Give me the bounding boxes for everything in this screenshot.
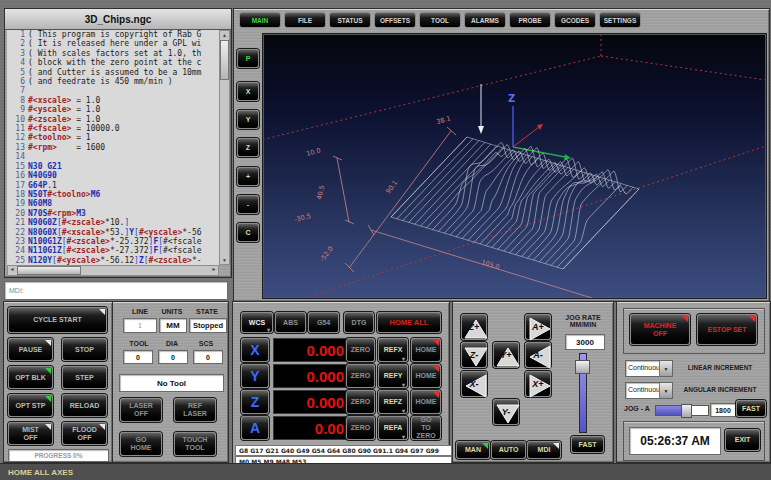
tab-alarms[interactable]: ALARMS [464, 12, 506, 28]
touch-tool-button[interactable]: TOUCH TOOL [174, 432, 216, 456]
axis-letter-a[interactable]: A [241, 416, 269, 440]
machine-off-button[interactable]: MACHINE OFF [630, 314, 690, 345]
gremlin-3d-preview[interactable]: 10.0 40.5 -30.5 -52.0 90.1 38.1 105.0 Z [262, 33, 767, 299]
code-line[interactable]: 4( block with the zero point at the c [7, 58, 219, 67]
code-line[interactable]: 8#<xscale> = 1.0 [7, 96, 219, 105]
code-line[interactable]: 16N40G90 [7, 171, 219, 180]
jog-y-minusplus-button[interactable]: Y+ [493, 342, 519, 368]
chevron-down-icon[interactable]: ▼ [659, 383, 672, 398]
home-y-button[interactable]: HOME [411, 364, 441, 388]
ref-x-button[interactable]: REFX▾ [378, 338, 408, 362]
scroll-down-icon[interactable]: ▼ [220, 256, 229, 264]
g54-button[interactable]: G54 [308, 312, 339, 333]
tab-tool[interactable]: TOOL [419, 12, 461, 28]
ref-laser-button[interactable]: REF LASER [174, 398, 216, 422]
code-line[interactable]: 15N30 G21 [7, 162, 219, 171]
exit-button[interactable]: EXIT [725, 429, 760, 451]
linear-increment-select[interactable]: Continuous ▼ [625, 360, 673, 377]
pause-button[interactable]: PAUSE [8, 338, 53, 361]
code-line[interactable]: 10#<zscale> = 1.0 [7, 115, 219, 124]
mdi-input[interactable]: MDI: [4, 281, 228, 300]
code-line[interactable]: 9#<yscale> = 1.0 [7, 105, 219, 114]
preview-button-z[interactable]: Z [237, 138, 259, 157]
go-home-button[interactable]: GO HOME [120, 432, 162, 456]
axis-letter-z[interactable]: Z [241, 390, 269, 414]
mode-man-button[interactable]: MAN [456, 441, 490, 459]
preview-button--[interactable]: - [237, 195, 259, 214]
code-line[interactable]: 5( and Cutter is assumed to be a 10mm [7, 68, 219, 77]
preview-button-x[interactable]: X [237, 82, 259, 101]
estop-button[interactable]: ESTOP SET [697, 314, 757, 345]
code-line[interactable]: 13#<rpm> = 1600 [7, 143, 219, 152]
code-line[interactable]: 25N120Y[#<yscale>*-56.12]Z[#<zscale>*- [7, 256, 219, 265]
vertical-scroll-thumb[interactable] [220, 40, 229, 80]
jog-z-minus-button[interactable]: Z- [461, 342, 487, 368]
code-line[interactable]: 17G64P.1 [7, 181, 219, 190]
scroll-left-icon[interactable]: ◄ [9, 266, 15, 273]
dtg-button[interactable]: DTG [344, 312, 374, 333]
reload-button[interactable]: RELOAD [62, 394, 107, 417]
horizontal-scroll-thumb[interactable] [17, 266, 81, 275]
tab-offsets[interactable]: OFFSETS [374, 12, 416, 28]
code-line[interactable]: 21N90G0Z[#<zscale>*10.] [7, 218, 219, 227]
code-line[interactable]: 22N80G0X[#<xscale>*53.]Y[#<yscale>*-56 [7, 228, 219, 237]
jog-x-minus-button[interactable]: X- [461, 371, 487, 397]
preview-button-p[interactable]: P [237, 49, 259, 68]
code-line[interactable]: 20N70S#<rpm>M3 [7, 209, 219, 218]
code-line[interactable]: 24N110G1Z[#<zscale>*-27.372]F[#<fscale [7, 246, 219, 255]
home-all-button[interactable]: HOME ALL [377, 312, 441, 333]
code-line[interactable]: 18N50T#<toolno>M6 [7, 190, 219, 199]
slider-handle[interactable] [681, 404, 692, 418]
jog-rate-slider[interactable] [575, 353, 589, 431]
ref-z-button[interactable]: REFZ▾ [378, 390, 408, 414]
jog-a-minusplus-button[interactable]: A+ [525, 314, 551, 340]
jog-a-slider[interactable] [655, 405, 709, 416]
code-line[interactable]: 7 [7, 86, 219, 95]
code-line[interactable]: 12#<toolno> = 1 [7, 133, 219, 142]
chevron-down-icon[interactable]: ▼ [659, 361, 672, 376]
axis-letter-x[interactable]: X [241, 338, 269, 362]
ref-y-button[interactable]: REFY▾ [378, 364, 408, 388]
wcs-dropdown-button[interactable]: WCS▾ [241, 312, 273, 333]
jog-z-minusplus-button[interactable]: Z+ [461, 314, 487, 340]
code-line[interactable]: 1( This program is copyright of Rab G [7, 30, 219, 39]
mist-button[interactable]: MIST OFF [8, 422, 53, 445]
code-line[interactable]: 2( It is released here under a GPL wi [7, 39, 219, 48]
cycle-start-button[interactable]: CYCLE START [8, 307, 107, 333]
ref-a-button[interactable]: REFA▾ [378, 416, 408, 440]
slider-handle[interactable] [575, 360, 590, 374]
jog-a-fast-button[interactable]: FAST [736, 400, 766, 417]
tab-status[interactable]: STATUS [329, 12, 371, 28]
laser-button[interactable]: LASER OFF [120, 398, 162, 422]
code-line[interactable]: 6( and feedrate is 450 mm/min ) [7, 77, 219, 86]
preview-button-y[interactable]: Y [237, 110, 259, 129]
scroll-right-icon[interactable]: ► [211, 266, 217, 273]
tab-probe[interactable]: PROBE [509, 12, 551, 28]
stop-button[interactable]: STOP [62, 338, 107, 361]
zero-z-button[interactable]: ZERO [346, 390, 375, 414]
scroll-up-icon[interactable]: ▲ [220, 31, 229, 39]
code-line[interactable]: 23N100G1Z[#<zscale>*-25.372]F[#<fscale [7, 237, 219, 246]
code-vertical-scrollbar[interactable]: ▲ ▼ [219, 30, 230, 265]
mode-mdi-button[interactable]: MDI [527, 441, 561, 459]
code-horizontal-scrollbar[interactable]: ◄ ► [7, 265, 219, 276]
step-button[interactable]: STEP [62, 366, 107, 389]
jog-a-value[interactable]: 1800 [710, 403, 736, 417]
tab-file[interactable]: FILE [284, 12, 326, 28]
optional-block-button[interactable]: OPT BLK [8, 366, 53, 389]
jog-fast-button[interactable]: FAST [571, 436, 604, 453]
code-line[interactable]: 19N60M8 [7, 199, 219, 208]
tab-settings[interactable]: SETTINGS [599, 12, 641, 28]
gcode-editor[interactable]: 1( This program is copyright of Rab G2( … [7, 30, 219, 265]
abs-button[interactable]: ABS [275, 312, 306, 333]
home-a-button[interactable]: GO TO ZERO [411, 416, 441, 440]
flood-button[interactable]: FLOOD OFF [62, 422, 107, 445]
optional-stop-button[interactable]: OPT STP [8, 394, 53, 417]
angular-increment-select[interactable]: Continuous ▼ [625, 382, 673, 399]
mode-auto-button[interactable]: AUTO [491, 441, 526, 459]
axis-letter-y[interactable]: Y [241, 364, 269, 388]
jog-rate-value[interactable]: 3000 [565, 334, 605, 350]
home-z-button[interactable]: HOME [411, 390, 441, 414]
code-line[interactable]: 11#<fscale> = 10000.0 [7, 124, 219, 133]
tab-main[interactable]: MAIN [239, 12, 281, 28]
